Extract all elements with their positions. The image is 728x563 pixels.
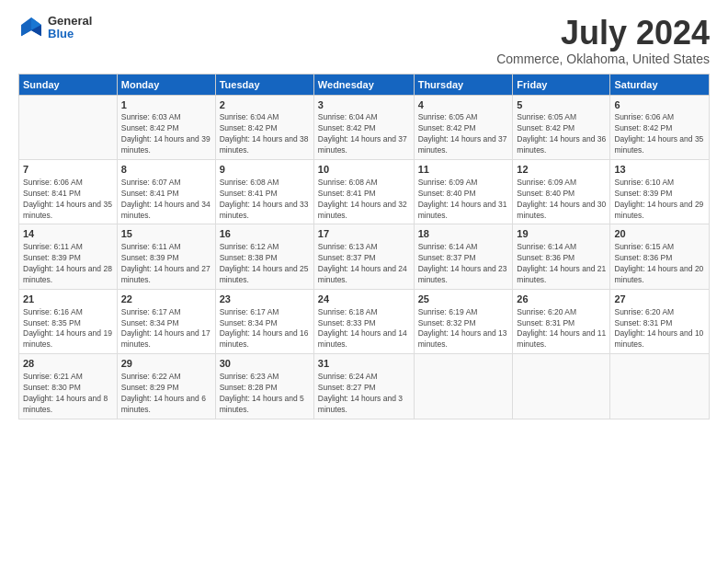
day-number: 20 <box>614 227 705 241</box>
day-number: 28 <box>23 357 113 371</box>
logo-text: General Blue <box>48 15 92 41</box>
day-number: 12 <box>517 163 606 177</box>
calendar-cell: 15Sunrise: 6:11 AMSunset: 8:39 PMDayligh… <box>117 224 215 289</box>
calendar-cell: 25Sunrise: 6:19 AMSunset: 8:32 PMDayligh… <box>414 289 513 353</box>
day-number: 29 <box>121 357 211 371</box>
calendar-cell: 16Sunrise: 6:12 AMSunset: 8:38 PMDayligh… <box>215 224 313 289</box>
calendar-cell: 12Sunrise: 6:09 AMSunset: 8:40 PMDayligh… <box>513 160 610 224</box>
calendar-cell: 17Sunrise: 6:13 AMSunset: 8:37 PMDayligh… <box>313 224 414 289</box>
cell-content: Sunrise: 6:04 AMSunset: 8:42 PMDaylight:… <box>318 112 410 156</box>
header-wednesday: Wednesday <box>313 74 414 95</box>
calendar-cell: 21Sunrise: 6:16 AMSunset: 8:35 PMDayligh… <box>19 289 118 353</box>
day-number: 22 <box>121 293 211 306</box>
day-number: 15 <box>121 227 211 241</box>
week-row-0: 1Sunrise: 6:03 AMSunset: 8:42 PMDaylight… <box>19 95 710 159</box>
day-number: 19 <box>517 227 606 241</box>
calendar-cell <box>610 354 710 419</box>
cell-content: Sunrise: 6:07 AMSunset: 8:41 PMDaylight:… <box>121 178 211 222</box>
day-number: 13 <box>614 163 705 177</box>
calendar-cell <box>19 95 118 159</box>
cell-content: Sunrise: 6:14 AMSunset: 8:36 PMDaylight:… <box>517 242 606 286</box>
cell-content: Sunrise: 6:22 AMSunset: 8:29 PMDaylight:… <box>121 372 211 416</box>
calendar-cell <box>513 354 610 419</box>
calendar-table: SundayMondayTuesdayWednesdayThursdayFrid… <box>18 74 710 419</box>
calendar-cell: 26Sunrise: 6:20 AMSunset: 8:31 PMDayligh… <box>513 289 610 353</box>
cell-content: Sunrise: 6:18 AMSunset: 8:33 PMDaylight:… <box>318 307 410 351</box>
cell-content: Sunrise: 6:11 AMSunset: 8:39 PMDaylight:… <box>23 242 113 286</box>
cell-content: Sunrise: 6:03 AMSunset: 8:42 PMDaylight:… <box>121 112 211 156</box>
cell-content: Sunrise: 6:17 AMSunset: 8:34 PMDaylight:… <box>121 307 211 351</box>
calendar-cell: 29Sunrise: 6:22 AMSunset: 8:29 PMDayligh… <box>117 354 215 419</box>
header-friday: Friday <box>513 74 610 95</box>
cell-content: Sunrise: 6:08 AMSunset: 8:41 PMDaylight:… <box>318 178 410 222</box>
day-number: 1 <box>121 98 211 112</box>
day-number: 17 <box>318 227 410 241</box>
cell-content: Sunrise: 6:14 AMSunset: 8:37 PMDaylight:… <box>418 242 509 286</box>
calendar-cell: 27Sunrise: 6:20 AMSunset: 8:31 PMDayligh… <box>610 289 710 353</box>
calendar-cell: 19Sunrise: 6:14 AMSunset: 8:36 PMDayligh… <box>513 224 610 289</box>
cell-content: Sunrise: 6:10 AMSunset: 8:39 PMDaylight:… <box>614 178 705 222</box>
cell-content: Sunrise: 6:09 AMSunset: 8:40 PMDaylight:… <box>418 178 509 222</box>
week-row-2: 14Sunrise: 6:11 AMSunset: 8:39 PMDayligh… <box>19 224 710 289</box>
calendar-cell: 2Sunrise: 6:04 AMSunset: 8:42 PMDaylight… <box>215 95 313 159</box>
calendar-cell: 30Sunrise: 6:23 AMSunset: 8:28 PMDayligh… <box>215 354 313 419</box>
day-number: 7 <box>23 163 113 177</box>
logo-icon <box>18 15 44 40</box>
subtitle: Commerce, Oklahoma, United States <box>496 52 710 66</box>
day-number: 2 <box>220 98 310 112</box>
title-block: July 2024 Commerce, Oklahoma, United Sta… <box>496 15 710 66</box>
day-number: 14 <box>23 227 113 241</box>
calendar-cell: 13Sunrise: 6:10 AMSunset: 8:39 PMDayligh… <box>610 160 710 224</box>
header-thursday: Thursday <box>414 74 513 95</box>
day-number: 11 <box>418 163 509 177</box>
day-number: 10 <box>318 163 410 177</box>
calendar-cell: 18Sunrise: 6:14 AMSunset: 8:37 PMDayligh… <box>414 224 513 289</box>
calendar-cell: 7Sunrise: 6:06 AMSunset: 8:41 PMDaylight… <box>19 160 118 224</box>
day-number: 25 <box>418 293 509 306</box>
cell-content: Sunrise: 6:23 AMSunset: 8:28 PMDaylight:… <box>220 372 310 416</box>
day-number: 26 <box>517 293 606 306</box>
calendar-cell: 14Sunrise: 6:11 AMSunset: 8:39 PMDayligh… <box>19 224 118 289</box>
cell-content: Sunrise: 6:04 AMSunset: 8:42 PMDaylight:… <box>220 112 310 156</box>
calendar-cell <box>414 354 513 419</box>
logo-blue: Blue <box>48 28 92 40</box>
cell-content: Sunrise: 6:16 AMSunset: 8:35 PMDaylight:… <box>23 307 113 351</box>
day-number: 4 <box>418 98 509 112</box>
calendar-cell: 20Sunrise: 6:15 AMSunset: 8:36 PMDayligh… <box>610 224 710 289</box>
cell-content: Sunrise: 6:20 AMSunset: 8:31 PMDaylight:… <box>614 307 705 351</box>
calendar-cell: 3Sunrise: 6:04 AMSunset: 8:42 PMDaylight… <box>313 95 414 159</box>
logo: General Blue <box>18 15 92 41</box>
cell-content: Sunrise: 6:06 AMSunset: 8:42 PMDaylight:… <box>614 112 705 156</box>
calendar-cell: 1Sunrise: 6:03 AMSunset: 8:42 PMDaylight… <box>117 95 215 159</box>
calendar-cell: 28Sunrise: 6:21 AMSunset: 8:30 PMDayligh… <box>19 354 118 419</box>
day-number: 24 <box>318 293 410 306</box>
cell-content: Sunrise: 6:19 AMSunset: 8:32 PMDaylight:… <box>418 307 509 351</box>
cell-content: Sunrise: 6:13 AMSunset: 8:37 PMDaylight:… <box>318 242 410 286</box>
logo-general: General <box>48 15 92 28</box>
cell-content: Sunrise: 6:12 AMSunset: 8:38 PMDaylight:… <box>220 242 310 286</box>
calendar-cell: 22Sunrise: 6:17 AMSunset: 8:34 PMDayligh… <box>117 289 215 353</box>
day-number: 16 <box>220 227 310 241</box>
cell-content: Sunrise: 6:21 AMSunset: 8:30 PMDaylight:… <box>23 372 113 416</box>
calendar-cell: 10Sunrise: 6:08 AMSunset: 8:41 PMDayligh… <box>313 160 414 224</box>
calendar-cell: 4Sunrise: 6:05 AMSunset: 8:42 PMDaylight… <box>414 95 513 159</box>
header-row: SundayMondayTuesdayWednesdayThursdayFrid… <box>19 74 710 95</box>
calendar-cell: 24Sunrise: 6:18 AMSunset: 8:33 PMDayligh… <box>313 289 414 353</box>
cell-content: Sunrise: 6:05 AMSunset: 8:42 PMDaylight:… <box>517 112 606 156</box>
cell-content: Sunrise: 6:24 AMSunset: 8:27 PMDaylight:… <box>318 372 410 416</box>
cell-content: Sunrise: 6:17 AMSunset: 8:34 PMDaylight:… <box>220 307 310 351</box>
header: General Blue July 2024 Commerce, Oklahom… <box>18 15 710 66</box>
calendar-cell: 23Sunrise: 6:17 AMSunset: 8:34 PMDayligh… <box>215 289 313 353</box>
day-number: 23 <box>220 293 310 306</box>
main-title: July 2024 <box>496 15 710 52</box>
header-tuesday: Tuesday <box>215 74 313 95</box>
cell-content: Sunrise: 6:08 AMSunset: 8:41 PMDaylight:… <box>220 178 310 222</box>
day-number: 18 <box>418 227 509 241</box>
cell-content: Sunrise: 6:06 AMSunset: 8:41 PMDaylight:… <box>23 178 113 222</box>
day-number: 21 <box>23 293 113 306</box>
week-row-4: 28Sunrise: 6:21 AMSunset: 8:30 PMDayligh… <box>19 354 710 419</box>
day-number: 6 <box>614 98 705 112</box>
day-number: 9 <box>220 163 310 177</box>
calendar-cell: 8Sunrise: 6:07 AMSunset: 8:41 PMDaylight… <box>117 160 215 224</box>
cell-content: Sunrise: 6:09 AMSunset: 8:40 PMDaylight:… <box>517 178 606 222</box>
